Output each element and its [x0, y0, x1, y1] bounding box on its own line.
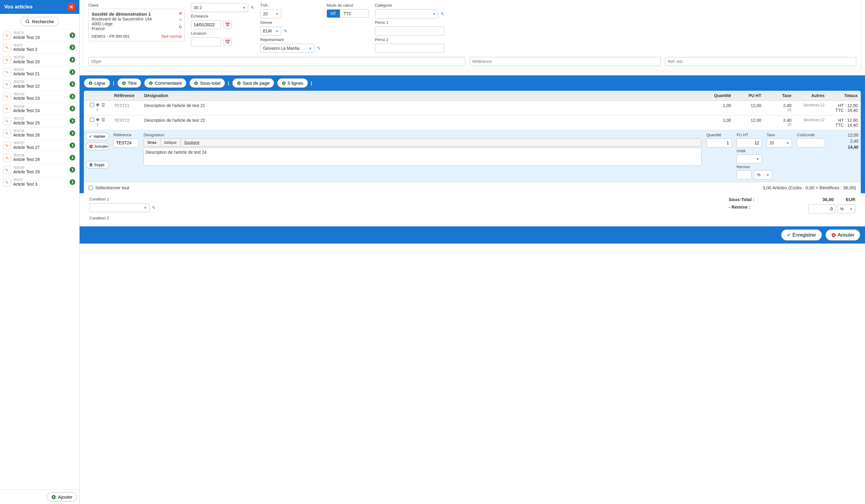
list-item[interactable]: ✎TEST22Article Test 22 [2, 78, 78, 91]
reference-input[interactable] [470, 57, 661, 66]
categorie-select[interactable]: ▼ [375, 9, 438, 19]
move-icon[interactable]: ✥ [96, 103, 100, 107]
tva-select[interactable]: 20▼ [260, 9, 281, 19]
edit-pu-input[interactable] [737, 138, 762, 148]
list-item[interactable]: ✎TEST21Article Test 21 [2, 66, 78, 78]
echeance-input[interactable] [191, 20, 221, 29]
add-sautpage-button[interactable]: Saut de page [232, 78, 274, 88]
annuler-line-button[interactable]: Annuler [86, 143, 109, 150]
cost-input[interactable] [797, 138, 825, 148]
move-icon[interactable]: ✥ [96, 117, 100, 122]
edit-desig-textarea[interactable]: Description de l'article de test 24 [143, 148, 702, 166]
arrow-right-icon[interactable] [69, 69, 76, 76]
remise-unit-select[interactable]: %▼ [837, 204, 855, 213]
row-checkbox[interactable] [90, 103, 94, 107]
table-row[interactable]: ✥☰1TEST21Description de l'article de tes… [84, 101, 861, 115]
arrow-right-icon[interactable] [69, 81, 76, 88]
perso1-input[interactable] [375, 26, 444, 36]
add-ligne-button[interactable]: Ligne [84, 78, 110, 88]
arrow-right-icon[interactable] [69, 179, 76, 186]
add-5lignes-button[interactable]: 5 lignes [277, 78, 308, 88]
condition1-select[interactable]: ▼ [89, 203, 150, 212]
menu-icon[interactable]: ☰ [101, 117, 105, 122]
arrow-right-icon[interactable] [69, 93, 76, 101]
mode-ht-button[interactable]: HT [327, 10, 340, 17]
edit-terms-icon[interactable]: ✎ [251, 5, 254, 10]
cell-desig: Description de l'article de test 21 [141, 101, 704, 115]
list-item[interactable]: ✎TEST23Article Test 23 [2, 91, 78, 103]
livraison-input[interactable] [191, 37, 221, 46]
edit-condition1-icon[interactable]: ✎ [152, 205, 155, 210]
pencil-icon: ✎ [3, 154, 11, 162]
calendar-icon[interactable]: 📅 [223, 38, 232, 46]
annuler-button[interactable]: Annuler [826, 230, 860, 241]
list-item[interactable]: ✎TEST26Article Test 26 [2, 127, 78, 140]
refresh-client-icon[interactable]: ↻ [179, 25, 182, 29]
perso2-input[interactable] [375, 44, 444, 53]
add-soustotal-button[interactable]: Sous-total [189, 78, 225, 88]
list-item[interactable]: ✎TEST25Article Test 25 [2, 115, 78, 127]
arrow-right-icon[interactable] [69, 166, 76, 174]
enregistrer-button[interactable]: ✔Enregistrer [781, 230, 822, 241]
arrow-right-icon[interactable] [69, 118, 76, 125]
menu-icon[interactable]: ☰ [101, 103, 105, 107]
arrow-right-icon[interactable] [69, 142, 76, 149]
refext-input[interactable] [665, 57, 856, 66]
row-checkbox[interactable] [90, 118, 94, 122]
list-item[interactable]: ✎TEST24Article Test 24 [2, 103, 78, 115]
remise-input[interactable] [737, 170, 752, 179]
cell-autres: Bénéfices:12 [794, 101, 828, 115]
list-item[interactable]: ✎TEST2Article Test 2 [2, 42, 78, 54]
arrow-right-icon[interactable] [69, 130, 76, 137]
edit-categorie-icon[interactable]: ✎ [441, 11, 444, 16]
unite-select[interactable]: ▼ [737, 154, 762, 163]
table-row[interactable]: ✥☰2TEST22Description de l'article de tes… [84, 115, 861, 130]
search-button[interactable]: Recherche [20, 17, 59, 26]
representant-select[interactable]: Giovanni La Mantia▼ [260, 44, 314, 53]
calendar-icon[interactable]: 📅 [223, 21, 232, 28]
valider-button[interactable]: ✔Valider [86, 133, 109, 140]
bold-button[interactable]: Gras [144, 139, 160, 146]
cell-total: HT : 12,00TTC : 14,40 [828, 101, 861, 115]
edit-client-icon[interactable]: ✎ [179, 18, 182, 22]
italic-button[interactable]: Italique [160, 139, 181, 146]
article-code: TEST26 [13, 129, 67, 133]
client-name: Société de démonstration 1 [92, 11, 182, 16]
list-item[interactable]: ✎TEST28Article Test 28 [2, 152, 78, 164]
edit-representant-icon[interactable]: ✎ [317, 46, 321, 51]
cell-pu: 12,00 [734, 101, 764, 115]
edit-desig-label: Désignation [143, 133, 702, 137]
arrow-right-icon[interactable] [69, 32, 76, 39]
underline-button[interactable]: Souligné [181, 139, 203, 146]
tax-select[interactable]: 20▼ [767, 138, 792, 148]
add-titre-button[interactable]: Titre [117, 78, 141, 88]
close-icon[interactable]: ✕ [67, 3, 75, 11]
remove-client-icon[interactable]: ⊗ [179, 11, 182, 15]
list-item[interactable]: ✎TEST17Article Test 19 [2, 29, 78, 42]
edit-remise-label: Remise [737, 165, 762, 169]
devise-label: Devise [260, 20, 321, 25]
list-item[interactable]: ✎TEST20Article Test 20 [2, 54, 78, 66]
devise-select[interactable]: EUR▼ [260, 26, 281, 36]
check-icon: ✔ [89, 134, 92, 139]
condition1-label: Condition 1 [89, 197, 717, 201]
suppr-button[interactable]: 🗑Suppr. [86, 161, 109, 168]
article-list[interactable]: ✎TEST17Article Test 19✎TEST2Article Test… [0, 29, 79, 244]
arrow-right-icon[interactable] [69, 154, 76, 162]
select-all-checkbox[interactable]: Sélectionner tout [89, 185, 129, 190]
arrow-right-icon[interactable] [69, 105, 76, 113]
list-item[interactable]: ✎TEST29Article Test 29 [2, 164, 78, 176]
edit-devise-icon[interactable]: ✎ [284, 28, 287, 34]
list-item[interactable]: ✎TEST27Article Test 27 [2, 139, 78, 152]
edit-ref-input[interactable] [113, 138, 139, 148]
remise-total-input[interactable] [808, 204, 835, 213]
list-item[interactable]: ✎TEST3Article Test 3 [2, 176, 78, 188]
arrow-right-icon[interactable] [69, 44, 76, 51]
col-totaux: Totaux [828, 91, 861, 101]
payment-terms-select[interactable]: 30 J▼ [191, 3, 248, 12]
objet-input[interactable] [88, 57, 465, 66]
add-commentaire-button[interactable]: Commentaire [144, 78, 186, 88]
edit-qty-input[interactable] [706, 138, 732, 148]
arrow-right-icon[interactable] [69, 56, 76, 63]
mode-ttc-button[interactable]: TTC [340, 10, 355, 17]
